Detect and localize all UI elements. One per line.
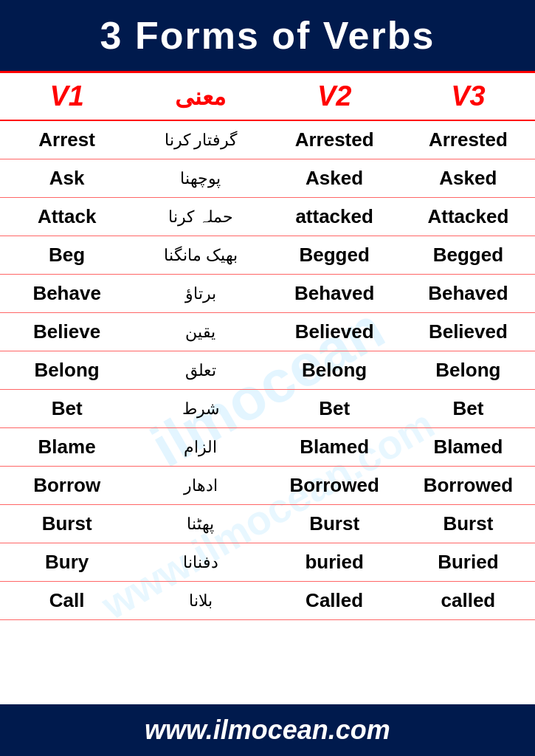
meaning-cell: پھٹنا	[134, 505, 267, 543]
meaning-cell: شرط	[134, 390, 267, 428]
main-content: ilmocean www.ilmocean.com V1 معنی V2 V3 …	[0, 71, 535, 704]
v1-cell: Blame	[0, 428, 134, 467]
col-meaning: معنی	[134, 72, 267, 121]
v2-cell: buried	[268, 543, 401, 582]
table-row: BurstپھٹناBurstBurst	[0, 505, 535, 543]
meaning-cell: برتاؤ	[134, 275, 267, 313]
meaning-cell: بلانا	[134, 582, 267, 620]
table-row: Begبھیک مانگناBeggedBegged	[0, 236, 535, 275]
v3-cell: Burst	[401, 505, 535, 543]
table-row: BelieveیقینBelievedBelieved	[0, 313, 535, 351]
table-row: BetشرطBetBet	[0, 390, 535, 428]
meaning-cell: الزام	[134, 428, 267, 467]
meaning-cell: ادھار	[134, 467, 267, 505]
meaning-cell: بھیک مانگنا	[134, 236, 267, 275]
v3-cell: Buried	[401, 543, 535, 582]
v3-cell: Bet	[401, 390, 535, 428]
v3-cell: Believed	[401, 313, 535, 351]
table-row: AskپوچھناAskedAsked	[0, 159, 535, 198]
v2-cell: attacked	[268, 198, 401, 236]
v3-cell: Behaved	[401, 275, 535, 313]
page-footer: www.ilmocean.com	[0, 704, 535, 756]
v1-cell: Ask	[0, 159, 134, 198]
v3-cell: called	[401, 582, 535, 620]
meaning-cell: حملہ کرنا	[134, 198, 267, 236]
v3-cell: Attacked	[401, 198, 535, 236]
v2-cell: Burst	[268, 505, 401, 543]
meaning-cell: پوچھنا	[134, 159, 267, 198]
page-header: 3 Forms of Verbs	[0, 0, 535, 71]
v2-cell: Borrowed	[268, 467, 401, 505]
meaning-cell: گرفتار کرنا	[134, 120, 267, 159]
col-v1: V1	[0, 72, 134, 121]
verb-table: V1 معنی V2 V3 Arrestگرفتار کرناArrestedA…	[0, 71, 535, 620]
v1-cell: Arrest	[0, 120, 134, 159]
v3-cell: Arrested	[401, 120, 535, 159]
v1-cell: Bet	[0, 390, 134, 428]
footer-url: www.ilmocean.com	[15, 715, 520, 746]
v2-cell: Called	[268, 582, 401, 620]
v2-cell: Blamed	[268, 428, 401, 467]
v1-cell: Call	[0, 582, 134, 620]
v1-cell: Believe	[0, 313, 134, 351]
verb-table-wrapper: V1 معنی V2 V3 Arrestگرفتار کرناArrestedA…	[0, 71, 535, 620]
table-row: BuryدفناناburiedBuried	[0, 543, 535, 582]
table-row: BorrowادھارBorrowedBorrowed	[0, 467, 535, 505]
v1-cell: Burst	[0, 505, 134, 543]
v1-cell: Bury	[0, 543, 134, 582]
table-row: BlameالزامBlamedBlamed	[0, 428, 535, 467]
v3-cell: Blamed	[401, 428, 535, 467]
meaning-cell: دفنانا	[134, 543, 267, 582]
table-body: Arrestگرفتار کرناArrestedArrestedAskپوچھ…	[0, 120, 535, 620]
v1-cell: Attack	[0, 198, 134, 236]
v2-cell: Arrested	[268, 120, 401, 159]
v2-cell: Belong	[268, 351, 401, 390]
col-v3: V3	[401, 72, 535, 121]
column-header-row: V1 معنی V2 V3	[0, 72, 535, 121]
meaning-cell: یقین	[134, 313, 267, 351]
table-row: Arrestگرفتار کرناArrestedArrested	[0, 120, 535, 159]
meaning-cell: تعلق	[134, 351, 267, 390]
v1-cell: Borrow	[0, 467, 134, 505]
v3-cell: Asked	[401, 159, 535, 198]
page-title: 3 Forms of Verbs	[15, 13, 520, 58]
v2-cell: Believed	[268, 313, 401, 351]
v1-cell: Belong	[0, 351, 134, 390]
col-v2: V2	[268, 72, 401, 121]
table-row: Attackحملہ کرناattackedAttacked	[0, 198, 535, 236]
v3-cell: Belong	[401, 351, 535, 390]
v2-cell: Begged	[268, 236, 401, 275]
v3-cell: Begged	[401, 236, 535, 275]
table-row: CallبلاناCalledcalled	[0, 582, 535, 620]
table-row: BehaveبرتاؤBehavedBehaved	[0, 275, 535, 313]
v2-cell: Behaved	[268, 275, 401, 313]
table-row: BelongتعلقBelongBelong	[0, 351, 535, 390]
v2-cell: Bet	[268, 390, 401, 428]
v2-cell: Asked	[268, 159, 401, 198]
v1-cell: Behave	[0, 275, 134, 313]
v3-cell: Borrowed	[401, 467, 535, 505]
v1-cell: Beg	[0, 236, 134, 275]
